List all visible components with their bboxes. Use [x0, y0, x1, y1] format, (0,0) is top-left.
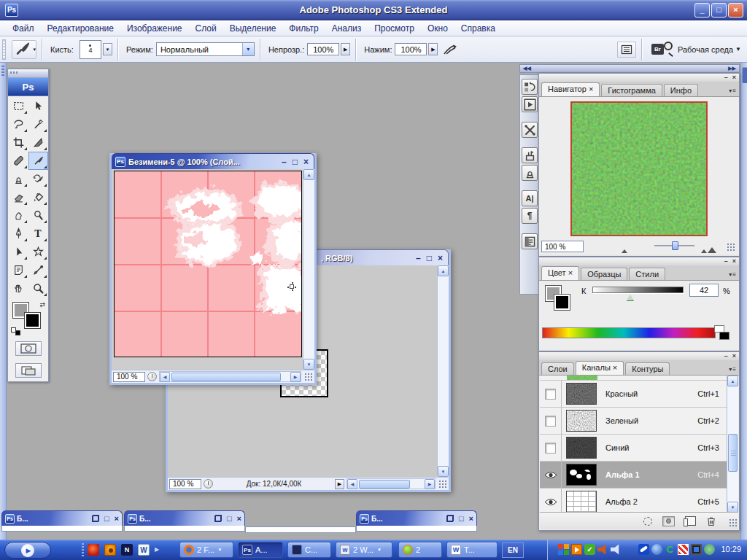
tab-histogram[interactable]: Гистограмма: [601, 84, 662, 96]
tray-check-icon[interactable]: ✓: [584, 544, 595, 555]
k-slider-track[interactable]: [592, 287, 684, 293]
navigator-proxy-view[interactable]: [570, 101, 708, 236]
tray-volume-icon[interactable]: [597, 544, 608, 555]
doc2-status-popup-button[interactable]: ▶: [335, 479, 344, 489]
quick-launch-browser-icon[interactable]: [88, 544, 99, 556]
color-background-swatch[interactable]: [554, 294, 570, 311]
tray-network-icon[interactable]: [651, 544, 662, 555]
new-channel-icon[interactable]: [685, 516, 696, 526]
history-brush-tool[interactable]: [28, 170, 48, 188]
tab-styles[interactable]: Стили: [629, 268, 665, 280]
brushes-panel-icon[interactable]: [522, 147, 538, 163]
doc2-zoom-field[interactable]: 100 %: [169, 479, 201, 489]
close-icon[interactable]: ×: [469, 514, 473, 523]
quick-launch-nero-icon[interactable]: N: [121, 544, 133, 556]
go-to-bridge-button[interactable]: Br: [651, 42, 673, 58]
zoom-out-icon[interactable]: [622, 249, 627, 253]
screen-mode-button[interactable]: [15, 363, 42, 378]
panel-close-icon[interactable]: ×: [732, 258, 736, 265]
visibility-well[interactable]: [540, 381, 562, 407]
doc1-canvas[interactable]: [114, 171, 302, 357]
magic-wand-tool[interactable]: [28, 115, 48, 133]
k-value-field[interactable]: 42: [689, 284, 719, 297]
delete-channel-icon[interactable]: [706, 516, 716, 526]
flow-slider-arrow[interactable]: ▶: [428, 43, 438, 55]
menu-view[interactable]: Просмотр: [368, 21, 421, 36]
language-indicator[interactable]: EN: [502, 542, 524, 558]
quick-launch-agent-icon[interactable]: [104, 544, 116, 556]
color-spectrum-ramp[interactable]: [542, 327, 716, 338]
visibility-well[interactable]: [540, 408, 562, 434]
tray-phone-icon[interactable]: [638, 544, 649, 555]
taskbar-button-messenger[interactable]: 2: [398, 542, 442, 558]
layer-comps-panel-icon[interactable]: [522, 233, 538, 249]
restore-icon[interactable]: [446, 515, 454, 522]
menu-layer[interactable]: Слой: [189, 21, 223, 36]
channel-row-alpha2[interactable]: Альфа 2 Ctrl+5: [540, 489, 738, 513]
slider-thumb[interactable]: [672, 241, 678, 250]
menu-edit[interactable]: Редактирование: [41, 21, 120, 36]
type-tool[interactable]: T: [28, 225, 48, 243]
scroll-up-icon[interactable]: ▲: [303, 169, 314, 180]
doc2-minimize-button[interactable]: –: [416, 254, 421, 262]
scroll-left-icon[interactable]: ◀: [160, 372, 170, 382]
zoom-tool[interactable]: [28, 279, 48, 298]
combo-arrow-icon[interactable]: ▾: [242, 43, 254, 55]
opacity-slider-arrow[interactable]: ▶: [341, 43, 350, 55]
airbrush-icon[interactable]: [442, 43, 458, 56]
dock-expand-icon[interactable]: ▶▶: [728, 66, 736, 71]
panel-minimize-icon[interactable]: –: [724, 258, 728, 265]
channel-row-alpha1[interactable]: Альфа 1 Ctrl+4: [540, 462, 738, 489]
taskbar-button-explorer-group[interactable]: w 2 W... ▾: [336, 542, 392, 558]
workspace-dropdown-icon[interactable]: ▼: [735, 46, 741, 52]
opacity-field[interactable]: 100%: [307, 43, 339, 55]
path-selection-tool[interactable]: [9, 243, 28, 261]
toolbox-grip[interactable]: [8, 71, 48, 78]
load-selection-icon[interactable]: [643, 517, 652, 526]
move-tool[interactable]: [28, 97, 48, 115]
tray-antivirus-icon[interactable]: [678, 544, 689, 555]
navigator-zoom-field[interactable]: 100 %: [541, 241, 584, 252]
crop-tool[interactable]: [9, 133, 28, 152]
doc2-vertical-scrollbar[interactable]: ▲ ▼: [437, 265, 449, 477]
dodge-tool[interactable]: [28, 206, 48, 225]
channel-row-red[interactable]: Красный Ctrl+1: [540, 381, 738, 408]
visibility-well[interactable]: [540, 489, 562, 513]
scroll-up-icon[interactable]: ▲: [727, 376, 738, 386]
character-panel-icon[interactable]: A|: [522, 190, 538, 206]
scroll-down-icon[interactable]: ▼: [727, 502, 738, 513]
doc1-close-button[interactable]: ×: [303, 158, 309, 166]
menu-filter[interactable]: Фильтр: [282, 21, 325, 36]
doc2-maximize-button[interactable]: □: [427, 254, 432, 262]
doc1-titlebar[interactable]: Ps Безимени-5 @ 100% (Слой... – □ ×: [112, 153, 314, 169]
menu-image[interactable]: Изображение: [120, 21, 189, 36]
menu-file[interactable]: Файл: [6, 21, 41, 36]
shape-tool[interactable]: [28, 243, 48, 261]
doc1-zoom-field[interactable]: 100 %: [113, 372, 145, 382]
tab-paths[interactable]: Контуры: [625, 362, 670, 375]
zoom-in-icon[interactable]: [701, 247, 716, 253]
paragraph-panel-icon[interactable]: ¶: [522, 208, 538, 224]
miniwin-titlebar[interactable]: Ps Б... □ ×: [124, 510, 245, 526]
healing-brush-tool[interactable]: [9, 152, 28, 170]
maximize-icon[interactable]: □: [104, 514, 109, 523]
flow-field[interactable]: 100%: [395, 43, 427, 55]
workspace-label[interactable]: Рабочая среда: [678, 45, 733, 54]
resize-grip[interactable]: [303, 372, 313, 381]
save-selection-as-channel-icon[interactable]: [662, 516, 675, 526]
scrollbar-thumb[interactable]: [728, 434, 738, 472]
tray-display-icon[interactable]: [691, 544, 702, 555]
channels-scrollbar[interactable]: ▲ ▼: [727, 376, 738, 513]
visibility-well[interactable]: [540, 435, 562, 461]
navigator-zoom-slider[interactable]: [654, 245, 694, 247]
maximize-icon[interactable]: □: [227, 514, 232, 523]
close-icon[interactable]: ×: [237, 514, 241, 523]
restore-icon[interactable]: [214, 515, 222, 522]
panel-resize-grip[interactable]: [728, 518, 738, 527]
resize-grip[interactable]: [438, 479, 447, 489]
actions-panel-icon[interactable]: [522, 96, 538, 112]
palette-well-icon[interactable]: [617, 42, 636, 58]
quick-mask-button[interactable]: [15, 341, 42, 356]
doc1-horizontal-scrollbar[interactable]: ◀ ▶: [159, 371, 301, 382]
panel-minimize-icon[interactable]: –: [724, 353, 728, 359]
